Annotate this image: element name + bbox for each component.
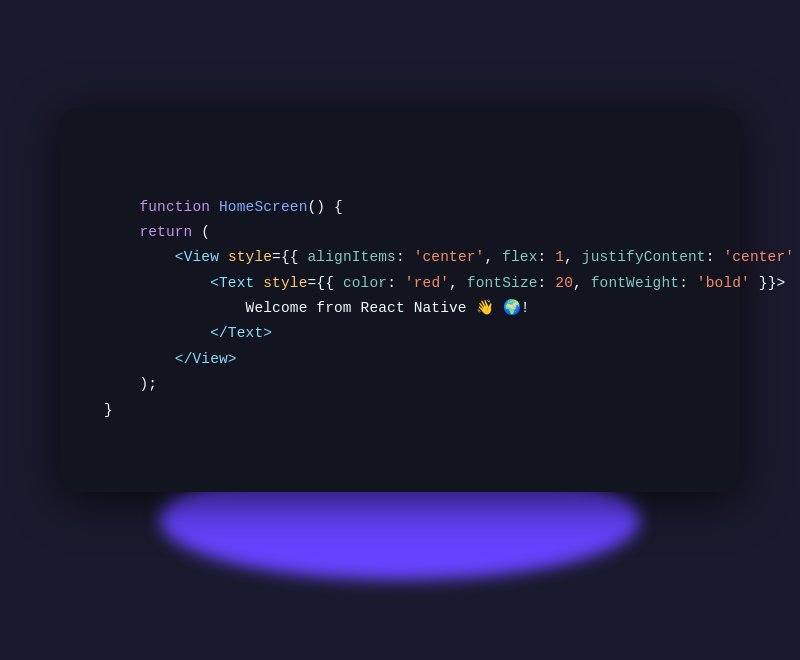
close-paren: ); <box>139 376 157 392</box>
comma1: , <box>484 249 493 265</box>
close-style1: }}> <box>794 249 800 265</box>
indent4 <box>104 275 210 291</box>
val-bold: 'bold' <box>688 275 750 291</box>
prop-color: color <box>334 275 387 291</box>
comma3: , <box>449 275 458 291</box>
return-paren: ( <box>192 224 210 240</box>
keyword-return: return <box>139 224 192 240</box>
keyword-function: function <box>139 199 219 215</box>
tag-view-open: <View <box>175 249 228 265</box>
tag-text-open: <Text <box>210 275 263 291</box>
indent3 <box>104 249 175 265</box>
code-card: function HomeScreen() { return ( <View s… <box>60 108 740 493</box>
prop-flex: flex <box>493 249 537 265</box>
close-brace: } <box>104 402 113 418</box>
tag-text-close: </Text> <box>210 325 272 341</box>
indent2 <box>104 224 139 240</box>
colon6: : <box>679 275 688 291</box>
tag-view-close: </View> <box>175 351 237 367</box>
indent3b <box>104 351 175 367</box>
welcome-text: Welcome from React Native 👋 🌍! <box>246 300 530 316</box>
code-block: function HomeScreen() { return ( <View s… <box>104 144 696 449</box>
colon4: : <box>387 275 396 291</box>
comma2: , <box>564 249 573 265</box>
attr-style1: style <box>228 249 272 265</box>
val-1: 1 <box>546 249 564 265</box>
indent2b <box>104 376 139 392</box>
close-style2: }}> <box>750 275 785 291</box>
eq2: ={{ <box>308 275 335 291</box>
indent5 <box>104 300 246 316</box>
val-red: 'red' <box>396 275 449 291</box>
parens: () <box>307 199 325 215</box>
eq1: ={{ <box>272 249 299 265</box>
brace-open: { <box>325 199 343 215</box>
prop-fontweight: fontWeight <box>582 275 679 291</box>
prop-fontsize: fontSize <box>458 275 538 291</box>
colon1: : <box>396 249 405 265</box>
val-center2: 'center' <box>715 249 795 265</box>
attr-style2: style <box>263 275 307 291</box>
val-center1: 'center' <box>405 249 485 265</box>
prop-align: alignItems <box>299 249 396 265</box>
fn-name: HomeScreen <box>219 199 307 215</box>
colon3: : <box>706 249 715 265</box>
val-20: 20 <box>546 275 573 291</box>
indent4b <box>104 325 210 341</box>
comma4: , <box>573 275 582 291</box>
prop-justify: justifyContent <box>573 249 706 265</box>
